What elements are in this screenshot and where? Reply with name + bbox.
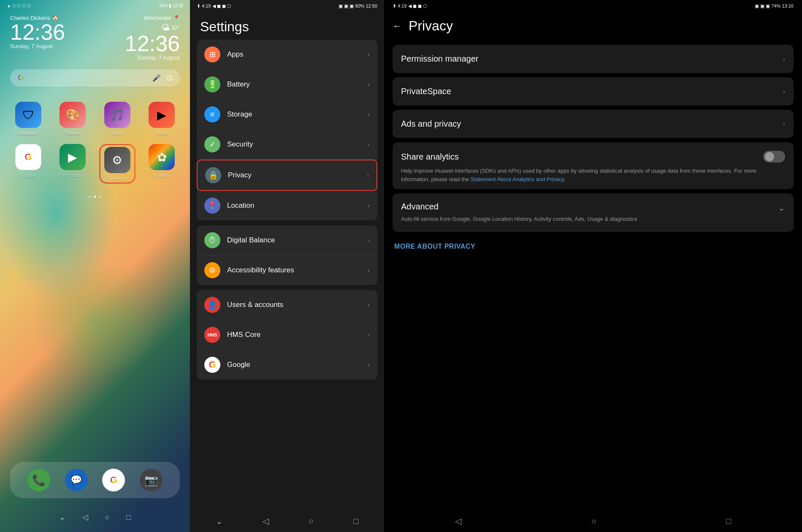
settings-status-left: ⬆ 4:19 ◀ ◼ ◼ ⬡: [197, 3, 231, 9]
themes-icon: 🎨: [60, 102, 86, 128]
nav-down-settings[interactable]: ⌄: [216, 516, 223, 526]
more-about-privacy-link[interactable]: MORE ABOUT PRIVACY: [393, 236, 794, 257]
home-status-right: 60% ▮ 12:36: [159, 3, 183, 8]
privacy-status-bar: ⬆ 4:19 ◀ ◼ ◼ ⬡ ▣ ▣ ▣ 74% 13:10: [384, 0, 802, 12]
settings-group-2: ⏱ Digital Balance › ⚙ Accessibility feat…: [197, 225, 377, 285]
privacy-item-privatespace[interactable]: PrivateSpace ›: [393, 77, 794, 106]
home-status-bar: ▲ ⬡ ⬡ ⬡ ⬡ 60% ▮ 12:36: [0, 0, 190, 11]
nav-home-settings[interactable]: ○: [309, 516, 314, 526]
storage-chevron: ›: [368, 111, 370, 118]
dot-2: [94, 195, 96, 198]
home-nav-bar: ⌄ ◁ ○ □: [0, 502, 190, 532]
app-themes[interactable]: 🎨 Themes: [55, 102, 91, 136]
app-music[interactable]: 🎵 Music: [99, 102, 135, 136]
clock-left: 12:36: [10, 21, 65, 43]
analytics-toggle[interactable]: [763, 151, 785, 163]
nav-home-icon[interactable]: ○: [105, 513, 110, 522]
settings-item-accessibility[interactable]: ⚙ Accessibility features ›: [197, 255, 377, 285]
users-icon: 👤: [204, 297, 220, 313]
google-settings-chevron: ›: [368, 361, 370, 368]
nav-back-privacy[interactable]: ◁: [455, 516, 461, 526]
privacy-item-permission[interactable]: Permission manager ›: [393, 45, 794, 73]
toggle-header: Share analytics: [401, 151, 785, 163]
back-button[interactable]: ←: [393, 21, 402, 32]
apps-chevron: ›: [368, 51, 370, 58]
dot-1: [89, 195, 91, 198]
clock-right: 12:36: [125, 33, 180, 54]
music-icon: 🎵: [104, 102, 130, 128]
app-video[interactable]: ▶ Video: [144, 102, 180, 136]
dock-phone[interactable]: 📞: [27, 469, 50, 491]
nav-home-privacy[interactable]: ○: [591, 516, 596, 526]
app-playstore[interactable]: ▶ Play Store: [55, 144, 91, 184]
home-location-right: Winchester 📍 🌤 22° 12:36 Sunday, 7 Augus…: [125, 15, 180, 61]
weather-widget: 🌤 22°: [161, 21, 180, 33]
hms-icon: HMS: [204, 327, 220, 343]
apps-label: Apps: [227, 50, 368, 59]
app-settings[interactable]: ⚙ Settings: [99, 144, 135, 184]
settings-item-digital[interactable]: ⏱ Digital Balance ›: [197, 225, 377, 255]
advanced-desc: Auto-fill service from Google, Google Lo…: [401, 215, 637, 223]
settings-nav-bar: ⌄ ◁ ○ □: [190, 510, 384, 532]
google-settings-icon: G: [204, 357, 220, 373]
dock-chrome[interactable]: G: [102, 469, 125, 491]
nav-back-settings[interactable]: ◁: [263, 516, 269, 526]
hms-chevron: ›: [368, 331, 370, 338]
privacy-item-ads[interactable]: Ads and privacy ›: [393, 110, 794, 138]
settings-item-battery[interactable]: 🔋 Battery ›: [197, 70, 377, 100]
settings-item-storage[interactable]: ≡ Storage ›: [197, 100, 377, 130]
settings-item-security[interactable]: ✓ Security ›: [197, 130, 377, 160]
ads-chevron: ›: [783, 120, 785, 128]
nav-down-icon[interactable]: ⌄: [59, 513, 65, 522]
privacy-label: Privacy: [228, 171, 367, 179]
location-name-right: Winchester 📍: [125, 15, 180, 21]
hms-label: HMS Core: [227, 331, 368, 339]
battery-label: Battery: [227, 80, 368, 89]
analytics-link[interactable]: Statement About Analytics and Privacy.: [471, 176, 566, 182]
search-bar-icons: 🎤 ⊡: [152, 74, 172, 82]
app-google[interactable]: G Google: [10, 144, 46, 184]
accessibility-chevron: ›: [368, 267, 370, 274]
digital-chevron: ›: [368, 237, 370, 244]
video-icon: ▶: [149, 102, 175, 128]
settings-status-bar: ⬆ 4:19 ◀ ◼ ◼ ⬡ ▣ ▣ ▣ 60% 12:50: [190, 0, 384, 12]
bottom-dock: 📞 💬 G 📷: [10, 462, 180, 498]
advanced-text-block: Advanced Auto-fill service from Google, …: [401, 202, 637, 223]
dock-camera[interactable]: 📷: [140, 469, 163, 491]
google-search-bar[interactable]: G 🎤 ⊡: [10, 69, 180, 87]
optimiser-icon: 🛡: [15, 102, 41, 128]
permission-label: Permission manager: [401, 54, 783, 64]
settings-item-apps[interactable]: ⊞ Apps ›: [197, 40, 377, 70]
share-analytics-section: Share analytics Help improve Huawei inte…: [393, 142, 794, 189]
settings-item-users[interactable]: 👤 Users & accounts ›: [197, 290, 377, 320]
nav-recents-icon[interactable]: □: [127, 513, 131, 522]
nav-recents-privacy[interactable]: □: [726, 516, 731, 526]
settings-item-hms[interactable]: HMS HMS Core ›: [197, 320, 377, 350]
permission-chevron: ›: [783, 55, 785, 63]
gallery-label: Gallery: [154, 173, 169, 178]
app-grid: 🛡 Optimiser 🎨 Themes 🎵 Music ▶ Video G G…: [0, 93, 190, 192]
settings-group-3: 👤 Users & accounts › HMS HMS Core › G Go…: [197, 290, 377, 380]
optimiser-label: Optimiser: [18, 130, 38, 136]
security-chevron: ›: [368, 141, 370, 148]
app-optimiser[interactable]: 🛡 Optimiser: [10, 102, 46, 136]
microphone-icon[interactable]: 🎤: [152, 74, 161, 82]
gallery-icon: ✿: [149, 144, 175, 170]
settings-item-privacy[interactable]: 🔒 Privacy ›: [197, 160, 377, 191]
analytics-label: Share analytics: [401, 152, 459, 162]
settings-item-google[interactable]: G Google ›: [197, 350, 377, 380]
nav-recents-settings[interactable]: □: [353, 516, 358, 526]
battery-icon: 🔋: [204, 76, 220, 92]
privacy-content: Permission manager › PrivateSpace › Ads …: [384, 40, 802, 510]
music-label: Music: [111, 130, 123, 136]
privacy-chevron: ›: [367, 172, 369, 179]
expand-icon[interactable]: ⌄: [778, 203, 785, 213]
nav-back-icon[interactable]: ◁: [82, 513, 88, 522]
lens-icon[interactable]: ⊡: [167, 74, 172, 82]
storage-icon: ≡: [204, 106, 220, 122]
advanced-section[interactable]: Advanced Auto-fill service from Google, …: [393, 193, 794, 232]
app-gallery[interactable]: ✿ Gallery: [144, 144, 180, 184]
settings-item-location[interactable]: 📍 Location ›: [197, 191, 377, 220]
dock-messages[interactable]: 💬: [65, 469, 88, 491]
google-logo: G: [18, 73, 24, 82]
